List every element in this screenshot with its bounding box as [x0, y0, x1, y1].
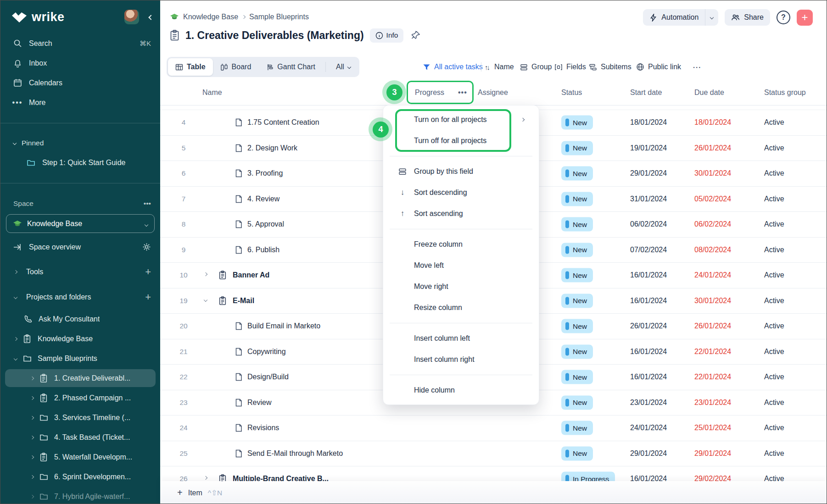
- task-name[interactable]: Build Email in Marketo: [247, 322, 320, 330]
- column-header-status-group[interactable]: Status group: [764, 89, 806, 97]
- automation-button[interactable]: Automation: [643, 9, 718, 26]
- row-expand-chevron[interactable]: [204, 272, 207, 276]
- add-item-plus-icon[interactable]: +: [177, 487, 183, 498]
- sidebar-tree-item[interactable]: Sample Blueprints: [0, 349, 160, 368]
- row-expand-chevron[interactable]: [204, 476, 207, 480]
- space-more-button[interactable]: •••: [144, 199, 151, 208]
- avatar[interactable]: [124, 10, 139, 24]
- add-tool-button[interactable]: +: [145, 266, 151, 278]
- menu-item-turn-on-for-all-projects[interactable]: Turn on for all projects: [383, 109, 539, 130]
- sidebar-collapse-button[interactable]: [149, 13, 153, 21]
- column-header-status[interactable]: Status: [561, 89, 582, 97]
- task-name[interactable]: Send E-Mail through Marketo: [247, 449, 343, 458]
- sidebar-item-calendars[interactable]: Calendars: [0, 73, 160, 93]
- task-name[interactable]: 1.75 Content Creation: [247, 118, 319, 127]
- tab-board[interactable]: Board: [213, 58, 259, 76]
- help-button[interactable]: ?: [777, 11, 790, 24]
- sort-control[interactable]: ↑↓ Name: [485, 56, 514, 78]
- chevron-right-icon[interactable]: [30, 475, 34, 478]
- status-badge[interactable]: New: [561, 217, 593, 232]
- sidebar-item-projects-folders[interactable]: Projects and folders +: [0, 287, 160, 307]
- menu-item-turn-off-for-all-projects[interactable]: Turn off for all projects: [383, 130, 539, 151]
- status-badge[interactable]: New: [561, 192, 593, 206]
- group-control[interactable]: Group: [520, 56, 552, 78]
- fields-control[interactable]: Fields: [554, 56, 586, 78]
- column-menu-dots-icon[interactable]: •••: [458, 89, 467, 97]
- table-row[interactable]: 25Send E-Mail through MarketoNew29/01/20…: [160, 441, 827, 467]
- menu-item-insert-column-right[interactable]: Insert column right: [383, 349, 539, 370]
- chevron-right-icon[interactable]: [30, 415, 34, 419]
- chevron-right-icon[interactable]: [30, 376, 34, 380]
- sidebar-tree-item[interactable]: 4. Task Based (Ticket...: [0, 427, 160, 447]
- status-badge[interactable]: New: [561, 268, 593, 282]
- sidebar-tree-item[interactable]: 5. Waterfall Developm...: [0, 447, 160, 467]
- task-name[interactable]: 2. Design Work: [247, 144, 297, 152]
- tab-table[interactable]: Table: [168, 58, 213, 76]
- menu-item-sort-descending[interactable]: ↓Sort descending: [383, 182, 539, 203]
- sidebar-tree-item[interactable]: 3. Services Timeline (...: [0, 408, 160, 427]
- task-name[interactable]: Design/Build: [247, 373, 289, 381]
- filter-control[interactable]: All active tasks: [423, 56, 483, 78]
- sidebar-tree-item[interactable]: 7. Hybrid Agile-waterf...: [0, 487, 160, 504]
- status-badge[interactable]: New: [561, 446, 593, 460]
- sidebar-item-more[interactable]: •••More: [0, 93, 160, 112]
- status-badge[interactable]: New: [561, 319, 593, 333]
- info-button[interactable]: Info: [370, 28, 404, 43]
- create-button[interactable]: +: [797, 10, 813, 26]
- pin-icon[interactable]: [411, 31, 420, 40]
- toolbar-more-button[interactable]: ⋯: [693, 56, 701, 78]
- sidebar-item-inbox[interactable]: Inbox: [0, 53, 160, 73]
- status-badge[interactable]: New: [561, 395, 593, 410]
- sidebar-item-search[interactable]: Search⌘K: [0, 33, 160, 53]
- chevron-right-icon[interactable]: [30, 396, 34, 399]
- add-item-button[interactable]: Item: [188, 489, 202, 497]
- subitems-control[interactable]: Subitems: [589, 56, 631, 78]
- tab-all-dropdown[interactable]: All: [329, 58, 358, 76]
- task-name[interactable]: 6. Publish: [247, 246, 279, 254]
- chevron-right-icon[interactable]: [30, 435, 34, 439]
- menu-item-hide-column[interactable]: Hide column: [383, 380, 539, 401]
- row-expand-chevron[interactable]: [204, 298, 207, 302]
- sidebar-tree-item[interactable]: 6. Sprint Developmen...: [0, 467, 160, 487]
- menu-item-insert-column-left[interactable]: Insert column left: [383, 328, 539, 349]
- automation-dropdown[interactable]: [705, 9, 718, 26]
- chevron-right-icon[interactable]: [14, 337, 17, 340]
- breadcrumb-knowledge-base[interactable]: Knowledge Base: [183, 13, 238, 21]
- breadcrumb-sample-blueprints[interactable]: Sample Blueprints: [249, 13, 309, 21]
- sidebar-tree-item[interactable]: 2. Phased Campaign ...: [0, 388, 160, 408]
- menu-item-group-by-this-field[interactable]: Group by this field: [383, 161, 539, 182]
- tab-gantt-chart[interactable]: Gantt Chart: [258, 58, 323, 76]
- status-badge[interactable]: New: [561, 243, 593, 257]
- share-button[interactable]: Share: [725, 9, 770, 26]
- pinned-section-header[interactable]: Pinned: [0, 133, 160, 153]
- space-selector[interactable]: Knowledge Base: [6, 214, 155, 233]
- task-name[interactable]: Banner Ad: [233, 271, 269, 279]
- column-header-progress[interactable]: Progress: [415, 89, 444, 97]
- status-badge[interactable]: New: [561, 344, 593, 359]
- menu-item-sort-ascending[interactable]: ↑Sort ascending: [383, 203, 539, 224]
- column-header-start-date[interactable]: Start date: [630, 89, 662, 97]
- status-badge[interactable]: New: [561, 421, 593, 435]
- status-badge[interactable]: New: [561, 116, 593, 130]
- chevron-right-icon[interactable]: [30, 494, 34, 498]
- table-row[interactable]: 24RevisionsNew24/01/202425/01/2024Active: [160, 415, 827, 441]
- status-badge[interactable]: New: [561, 166, 593, 181]
- menu-item-move-left[interactable]: Move left: [383, 255, 539, 276]
- task-name[interactable]: Revisions: [247, 424, 279, 432]
- sidebar-item-space-overview[interactable]: Space overview: [0, 237, 160, 257]
- sidebar-tree-item[interactable]: Ask My Consultant: [0, 309, 160, 329]
- sidebar-tree-item[interactable]: Knowledge Base: [0, 329, 160, 349]
- public-link-control[interactable]: Public link: [636, 56, 681, 78]
- status-badge[interactable]: New: [561, 370, 593, 384]
- menu-item-freeze-column[interactable]: Freeze column: [383, 234, 539, 255]
- menu-item-move-right[interactable]: Move right: [383, 276, 539, 297]
- task-name[interactable]: E-Mail: [233, 297, 254, 305]
- add-project-button[interactable]: +: [145, 291, 151, 303]
- task-name[interactable]: 5. Approval: [247, 220, 284, 228]
- chevron-down-icon[interactable]: [14, 356, 17, 360]
- column-header-assignee[interactable]: Assignee: [478, 89, 508, 97]
- menu-item-resize-column[interactable]: Resize column: [383, 297, 539, 318]
- status-badge[interactable]: New: [561, 141, 593, 155]
- sidebar-item-tools[interactable]: Tools +: [0, 262, 160, 282]
- sidebar-item-quick-start[interactable]: Step 1: Quick Start Guide: [0, 153, 160, 172]
